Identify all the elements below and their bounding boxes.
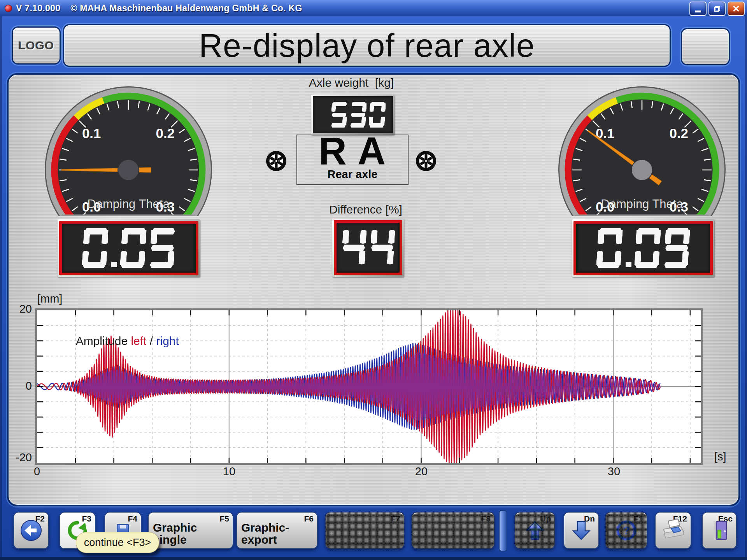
fkey-label: F5: [219, 514, 229, 523]
x-tick-10: 10: [217, 465, 241, 478]
difference-display: [332, 219, 404, 277]
app-icon: [5, 5, 12, 12]
damping-display-left: [58, 219, 200, 277]
button-caption: Graphic-export: [241, 522, 289, 546]
toolbar-button-f8: F8: [411, 512, 495, 549]
toolbar-button-f5[interactable]: F5Graphicsingle: [148, 512, 233, 549]
arrow-left-circle-icon: [14, 513, 48, 548]
button-caption: Graphicsingle: [153, 522, 197, 546]
toolbar-button-up: Up: [514, 512, 555, 549]
printer-icon: [656, 513, 691, 548]
toolbar-button-f6[interactable]: F6Graphic-export: [236, 512, 318, 549]
window-controls: ✕: [689, 2, 745, 16]
app-version: V 7.10.000: [16, 3, 60, 14]
restore-button[interactable]: [708, 2, 726, 16]
fkey-label: F1: [633, 514, 643, 523]
svg-text:0.2: 0.2: [669, 126, 688, 141]
arrow-up-icon: [515, 513, 554, 548]
toolbar-button-f1: F1 ?: [605, 512, 647, 549]
exit-door-icon: [703, 513, 736, 548]
page-title: Re-display of rear axle: [199, 27, 535, 65]
fkey-label: Up: [540, 514, 551, 523]
y-tick-20: 20: [12, 303, 32, 315]
spare-plate: [681, 28, 730, 65]
tooltip-continue: continue <F3>: [76, 532, 159, 553]
toolbar-button-f2[interactable]: F2: [13, 512, 49, 549]
application-window: V 7.10.000 © MAHA Maschinenbau Haldenwan…: [0, 0, 747, 560]
fkey-label: F7: [391, 514, 400, 523]
legend-prefix: Amplitude: [76, 334, 131, 347]
help-icon: ?: [606, 513, 647, 548]
x-tick-20: 20: [410, 465, 433, 478]
svg-text:0.2: 0.2: [156, 126, 175, 141]
wheel-icon-left: [265, 150, 288, 172]
restore-icon: [714, 6, 720, 12]
axle-code: R A: [319, 133, 387, 169]
fkey-label: F8: [481, 514, 491, 523]
y-axis-unit-label: [mm]: [37, 292, 62, 305]
x-axis-unit-label: [s]: [714, 450, 726, 463]
difference-label: Difference [%]: [288, 203, 444, 216]
toolbar-button-f12[interactable]: F12: [655, 512, 691, 549]
toolbar-button-dn[interactable]: Dn: [563, 512, 599, 549]
legend-separator: /: [146, 334, 156, 347]
minimize-button[interactable]: [689, 2, 707, 16]
app-company: © MAHA Maschinenbau Haldenwang GmbH & Co…: [70, 3, 302, 14]
svg-text:?: ?: [622, 524, 630, 537]
svg-text:0.1: 0.1: [82, 126, 101, 141]
chart-legend: Amplitude left / right: [63, 321, 179, 361]
damping-gauge-left: 0.00.10.20.3Damping Theta: [43, 86, 214, 220]
legend-left-series: left: [131, 334, 146, 347]
x-tick-30: 30: [602, 465, 626, 478]
x-tick-0: 0: [25, 465, 49, 478]
toolbar-button-esc[interactable]: Esc: [702, 512, 737, 549]
toolbar-button-f7: F7: [325, 512, 405, 549]
svg-text:Damping Theta: Damping Theta: [601, 197, 683, 211]
bottom-edge: [0, 557, 747, 560]
logo-button[interactable]: LOGO: [12, 26, 61, 65]
damping-display-right: [572, 219, 714, 277]
axle-name: Rear axle: [328, 168, 378, 181]
titlebar: V 7.10.000 © MAHA Maschinenbau Haldenwan…: [0, 0, 747, 16]
axle-weight-label: Axle weight [kg]: [274, 76, 429, 89]
logo-label: LOGO: [18, 39, 54, 52]
page-title-plate: Re-display of rear axle: [63, 24, 671, 67]
close-button[interactable]: ✕: [728, 2, 745, 16]
damping-gauge-right: 0.00.10.20.3Damping Theta: [556, 86, 728, 220]
legend-right-series: right: [156, 334, 179, 347]
wheel-icon-right: [415, 150, 437, 172]
y-tick-neg20: -20: [9, 451, 32, 464]
minimize-icon: [695, 10, 701, 12]
toolbar-separator: [499, 510, 507, 551]
axle-indicator-box: R A Rear axle: [296, 135, 409, 185]
arrow-down-icon: [564, 513, 598, 548]
svg-text:Damping Theta: Damping Theta: [87, 197, 170, 211]
fkey-label: F6: [304, 514, 314, 523]
y-tick-0: 0: [12, 380, 32, 392]
